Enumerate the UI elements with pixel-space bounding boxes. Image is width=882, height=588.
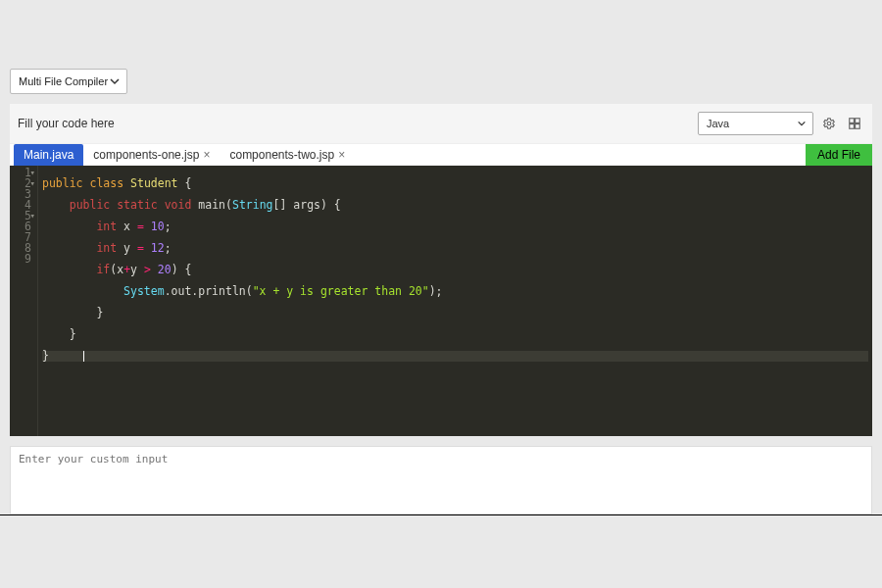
chevron-down-icon [109, 75, 121, 87]
tab-components-two[interactable]: components-two.jsp × [220, 144, 355, 166]
line-gutter: 1▾ 2▾ 3 4 5▾ 6 7 8 9 [10, 166, 37, 436]
custom-input-box [10, 446, 872, 514]
close-icon[interactable]: × [338, 148, 345, 162]
tab-label: components-one.jsp [93, 148, 199, 162]
chevron-down-icon [797, 119, 807, 128]
panel-header: Fill your code here Java [10, 104, 872, 144]
tab-label: Main.java [24, 148, 74, 162]
svg-rect-1 [850, 119, 855, 123]
close-icon[interactable]: × [203, 148, 210, 162]
add-file-button[interactable]: Add File [806, 144, 872, 166]
gear-icon[interactable] [819, 114, 839, 133]
custom-input-textarea[interactable] [11, 447, 871, 514]
file-tabs: Main.java components-one.jsp × component… [10, 144, 872, 166]
language-value: Java [707, 118, 729, 129]
code-editor[interactable]: 1▾ 2▾ 3 4 5▾ 6 7 8 9 public class Studen… [10, 166, 872, 436]
compiler-mode-dropdown[interactable]: Multi File Compiler [10, 69, 127, 94]
language-select[interactable]: Java [698, 112, 813, 135]
code-area[interactable]: public class Student { public static voi… [37, 166, 872, 436]
tab-label: components-two.jsp [229, 148, 334, 162]
tab-components-one[interactable]: components-one.jsp × [83, 144, 220, 166]
svg-point-0 [827, 122, 831, 125]
svg-rect-3 [850, 124, 855, 129]
svg-rect-4 [856, 124, 860, 129]
svg-rect-2 [856, 119, 860, 123]
panel-hint: Fill your code here [18, 117, 115, 130]
tab-main-java[interactable]: Main.java [14, 144, 83, 166]
compiler-mode-label: Multi File Compiler [19, 75, 108, 87]
editor-panel: Fill your code here Java Main.java compo… [10, 104, 872, 436]
layout-icon[interactable] [845, 114, 864, 133]
text-cursor [83, 351, 84, 362]
